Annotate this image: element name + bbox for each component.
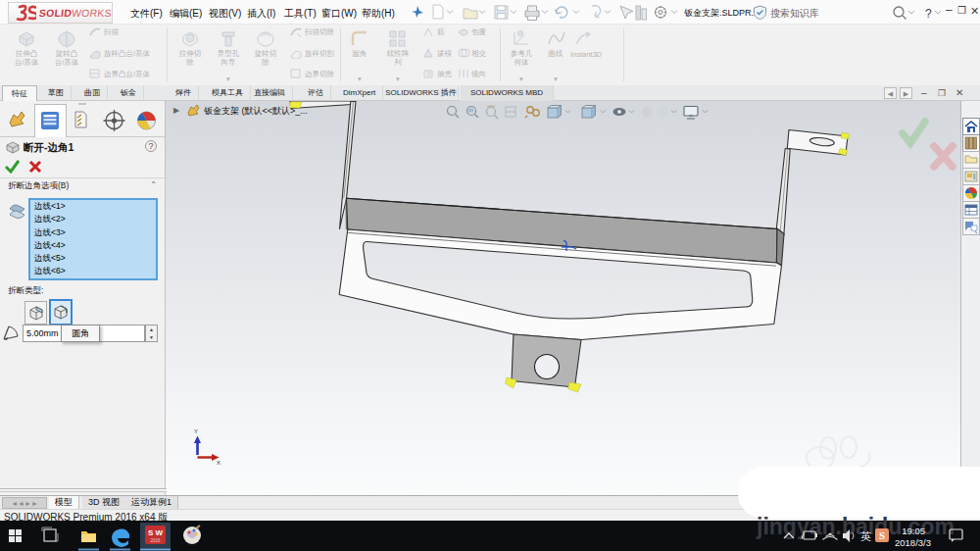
svg-text:S: S	[879, 529, 885, 541]
svg-text:19:05: 19:05	[902, 526, 925, 536]
svg-text:2016: 2016	[150, 538, 161, 543]
svg-text:X: X	[217, 460, 220, 466]
svg-text:英: 英	[860, 530, 871, 542]
svg-text:S W: S W	[148, 528, 164, 537]
svg-text:?: ?	[925, 7, 932, 21]
svg-text:2018/3/3: 2018/3/3	[895, 537, 931, 548]
svg-text:Y: Y	[194, 428, 198, 434]
